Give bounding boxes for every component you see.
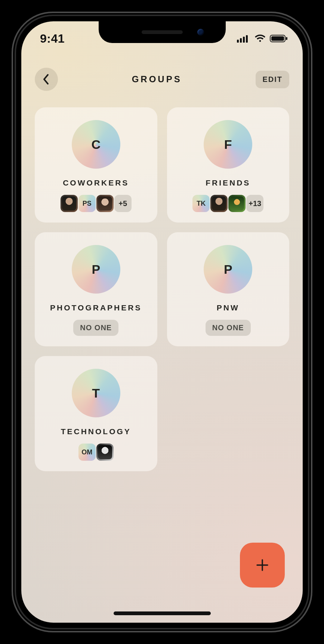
member-photo-chip [228,195,246,212]
svg-rect-2 [243,37,245,43]
cellular-icon [237,34,250,43]
notch [99,21,226,43]
member-chips: TK+13 [192,195,263,212]
edit-button[interactable]: EDIT [256,71,289,88]
phone-frame: 9:41 GROUPS EDIT CCOWORKERSPS+5FFRIENDST… [12,12,312,632]
group-name: FRIENDS [206,178,250,187]
group-avatar: P [204,245,252,294]
group-avatar: C [72,120,120,169]
add-group-button[interactable] [240,543,285,588]
header: GROUPS EDIT [21,66,303,92]
svg-rect-6 [286,37,287,40]
member-photo-chip [61,195,78,212]
group-avatar: F [204,120,252,169]
group-card[interactable]: CCOWORKERSPS+5 [35,107,157,223]
chevron-left-icon [42,74,50,85]
group-card[interactable]: TTECHNOLOGYOM [35,356,157,471]
plus-icon [255,558,270,573]
svg-rect-5 [271,36,284,41]
no-one-label: NO ONE [206,320,251,336]
group-name: COWORKERS [63,178,129,187]
wifi-icon [254,34,266,43]
group-card[interactable]: FFRIENDSTK+13 [167,107,290,223]
member-more-chip: +5 [114,195,132,212]
battery-icon [270,34,288,43]
group-name: PNW [217,303,240,312]
member-initials-chip: PS [78,195,96,212]
svg-rect-1 [240,38,242,43]
group-avatar: P [72,245,120,294]
status-icons [237,34,288,43]
group-avatar: T [72,369,120,417]
page-title: GROUPS [132,74,182,85]
status-time: 9:41 [40,32,65,46]
member-more-chip: +13 [246,195,263,212]
member-chips: OM [78,444,114,461]
group-card[interactable]: PPNWNO ONE [167,232,290,346]
back-button[interactable] [35,68,58,91]
home-indicator [114,611,211,615]
group-name: TECHNOLOGY [61,427,131,436]
member-initials-chip: TK [192,195,210,212]
groups-grid: CCOWORKERSPS+5FFRIENDSTK+13PPHOTOGRAPHER… [35,107,289,471]
member-photo-chip [210,195,228,212]
group-card[interactable]: PPHOTOGRAPHERSNO ONE [35,232,157,346]
no-one-label: NO ONE [73,320,118,336]
member-photo-chip [96,195,114,212]
svg-rect-0 [237,40,239,43]
member-initials-chip: OM [78,444,96,461]
member-chips: PS+5 [61,195,132,212]
group-name: PHOTOGRAPHERS [50,303,142,312]
svg-rect-3 [246,35,248,43]
member-photo-chip [96,444,114,461]
screen: 9:41 GROUPS EDIT CCOWORKERSPS+5FFRIENDST… [21,21,303,623]
